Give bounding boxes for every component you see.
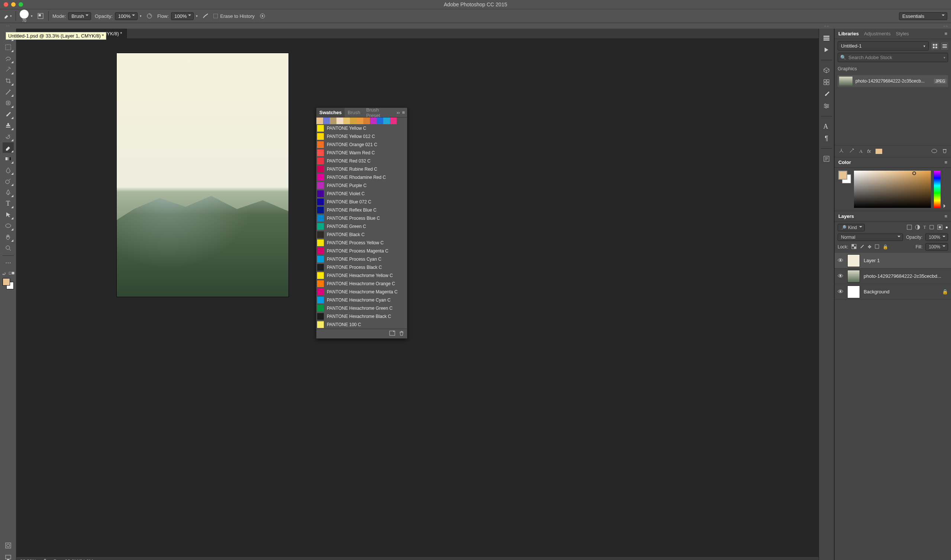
marquee-tool-icon[interactable]	[3, 42, 14, 52]
color-fgbg[interactable]	[839, 171, 851, 183]
swap-colors-icon[interactable]: ⤾	[2, 271, 6, 277]
crop-tool-icon[interactable]	[3, 75, 14, 86]
swatch-item[interactable]: PANTONE Process Magenta C	[316, 247, 407, 255]
size-pressure-icon[interactable]	[259, 12, 266, 20]
add-color-icon[interactable]	[876, 149, 882, 154]
swatch-item[interactable]: PANTONE Green C	[316, 222, 407, 231]
layer-row[interactable]: 👁photo-1429279684222-2c35cecbd...	[835, 268, 951, 284]
filter-adjustment-icon[interactable]	[915, 225, 920, 231]
path-selection-tool-icon[interactable]	[3, 209, 14, 220]
brush-preset-picker[interactable]: 70 ▾	[20, 10, 33, 23]
delete-asset-icon[interactable]	[942, 148, 947, 154]
swatch-chip[interactable]	[316, 117, 323, 124]
history-brush-tool-icon[interactable]	[3, 131, 14, 142]
notes-panel-icon[interactable]	[822, 155, 831, 163]
swatch-chip[interactable]	[377, 117, 383, 124]
type-tool-icon[interactable]: T	[3, 198, 14, 209]
panel-menu-icon[interactable]: ≡	[402, 110, 405, 115]
swatch-item[interactable]: PANTONE Hexachrome Black C	[316, 312, 407, 320]
stamp-tool-icon[interactable]	[3, 120, 14, 131]
edit-toolbar-icon[interactable]: ⋯	[3, 257, 14, 268]
opacity-dropdown[interactable]: 100%	[115, 12, 138, 20]
swatch-item[interactable]: PANTONE Yellow 012 C	[316, 132, 407, 140]
swatch-chip[interactable]	[323, 117, 330, 124]
swatch-item[interactable]: PANTONE Process Yellow C	[316, 239, 407, 247]
panel-collapse-icon[interactable]: ››	[397, 110, 400, 115]
blend-mode-dropdown[interactable]: Normal	[838, 234, 903, 241]
filter-toggle-icon[interactable]: ●	[945, 225, 948, 231]
hue-slider[interactable]	[934, 171, 940, 208]
swatch-item[interactable]: PANTONE Red 032 C	[316, 157, 407, 165]
lasso-tool-icon[interactable]	[3, 53, 14, 64]
canvas-area[interactable]: Swatches Brush Brush Preset ›› ≡ PANTONE…	[16, 38, 819, 557]
swatch-item[interactable]: PANTONE Purple C	[316, 182, 407, 190]
filter-pixel-icon[interactable]	[907, 225, 912, 231]
dodge-tool-icon[interactable]	[3, 176, 14, 186]
window-close-button[interactable]	[4, 2, 8, 7]
swatch-chip[interactable]	[350, 117, 357, 124]
layer-visibility-icon[interactable]: 👁	[838, 257, 843, 264]
flow-dropdown[interactable]: 100%	[171, 12, 194, 20]
lock-artboard-icon[interactable]	[874, 244, 880, 250]
swatch-item[interactable]: PANTONE Hexachrome Yellow C	[316, 271, 407, 280]
right-dock-grip-icon[interactable]: ▸▸	[834, 23, 951, 29]
adjustments-sliders-icon[interactable]	[822, 102, 831, 110]
swatches-tab[interactable]: Swatches	[316, 108, 345, 117]
canvas[interactable]	[117, 53, 288, 297]
eraser-tool-indicator-icon[interactable]: ▾	[4, 12, 12, 20]
filter-shape-icon[interactable]	[929, 225, 934, 231]
brush-tool-icon[interactable]	[3, 109, 14, 119]
search-stock-input[interactable]: 🔍 Search Adobe Stock ▾	[838, 53, 948, 62]
swatch-item[interactable]: PANTONE Orange 021 C	[316, 140, 407, 149]
lock-position-icon[interactable]: ✥	[868, 244, 871, 249]
mode-dropdown[interactable]: Brush	[68, 12, 91, 20]
swatch-item[interactable]: PANTONE Process Black C	[316, 263, 407, 271]
swatch-chip[interactable]	[330, 117, 337, 124]
zoom-level[interactable]: 33.33%	[20, 558, 37, 560]
blur-tool-icon[interactable]	[3, 165, 14, 175]
swatch-item[interactable]: PANTONE Process Cyan C	[316, 255, 407, 263]
pen-tool-icon[interactable]	[3, 187, 14, 197]
swatch-item[interactable]: PANTONE Hexachrome Green C	[316, 304, 407, 312]
layer-row[interactable]: 👁Layer 1	[835, 253, 951, 268]
swatch-item[interactable]: PANTONE Black C	[316, 231, 407, 239]
layer-opacity-dropdown[interactable]: 100%	[925, 234, 948, 241]
layer-name[interactable]: Background	[863, 289, 939, 294]
layer-visibility-icon[interactable]: 👁	[838, 273, 843, 280]
add-content-icon[interactable]	[839, 148, 844, 155]
library-asset-row[interactable]: photo-1429279684222-2c35cecb... JPEG	[838, 75, 948, 87]
swatch-item[interactable]: PANTONE 100 C	[316, 320, 407, 329]
saturation-brightness-picker[interactable]	[854, 171, 931, 208]
mid-dock-grip-icon[interactable]: ◂◂	[819, 23, 834, 29]
list-view-icon[interactable]	[941, 43, 948, 49]
swatch-item[interactable]: PANTONE Violet C	[316, 190, 407, 198]
brush-presets-tab[interactable]: Brush Preset	[363, 108, 397, 117]
window-minimize-button[interactable]	[11, 2, 15, 7]
swatch-item[interactable]: PANTONE Process Blue C	[316, 214, 407, 222]
brush-panel-toggle-icon[interactable]	[37, 12, 45, 20]
doc-info-arrow-icon[interactable]: ›	[99, 558, 100, 560]
layer-filter-kind[interactable]: 🔎Kind	[838, 224, 865, 231]
actions-panel-icon[interactable]	[822, 46, 831, 54]
window-zoom-button[interactable]	[18, 2, 23, 7]
styles-tab[interactable]: Styles	[896, 31, 909, 37]
brush-tab[interactable]: Brush	[345, 108, 363, 117]
swatch-item[interactable]: PANTONE Hexachrome Orange C	[316, 280, 407, 288]
opacity-pressure-icon[interactable]	[145, 12, 154, 20]
swatch-item[interactable]: PANTONE Rubine Red C	[316, 165, 407, 173]
gradient-tool-icon[interactable]	[3, 154, 14, 164]
properties-grid-icon[interactable]	[822, 78, 831, 86]
fill-dropdown[interactable]: 100%	[925, 243, 948, 251]
eraser-tool-icon[interactable]	[3, 142, 14, 153]
airbrush-icon[interactable]	[202, 12, 210, 20]
filter-smart-icon[interactable]	[937, 225, 942, 231]
hand-tool-icon[interactable]	[3, 232, 14, 242]
shape-tool-icon[interactable]	[3, 220, 14, 231]
swatch-item[interactable]: PANTONE Yellow C	[316, 124, 407, 132]
grid-view-icon[interactable]	[932, 43, 939, 49]
layer-name[interactable]: Layer 1	[863, 258, 948, 263]
layer-name[interactable]: photo-1429279684222-2c35cecbd...	[863, 273, 948, 279]
swatch-chip[interactable]	[383, 117, 390, 124]
zoom-tool-icon[interactable]	[3, 243, 14, 253]
foreground-background-color[interactable]	[3, 278, 14, 289]
